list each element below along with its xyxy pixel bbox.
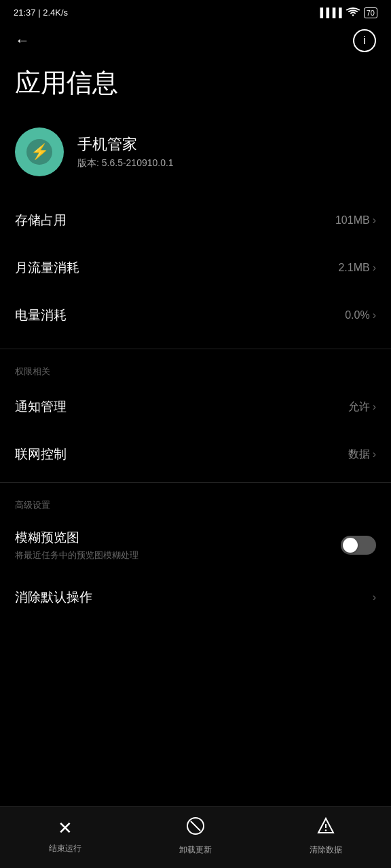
back-button[interactable]: ← [15, 32, 30, 50]
traffic-label: 月流量消耗 [15, 259, 79, 277]
app-header: ← i [0, 22, 391, 59]
storage-value: 101MB [335, 214, 370, 226]
blur-preview-item[interactable]: 模糊预览图 将最近任务中的预览图模糊处理 [0, 517, 391, 574]
info-button[interactable]: i [353, 29, 376, 52]
traffic-chevron: › [373, 262, 376, 274]
notification-item[interactable]: 通知管理 允许 › [0, 383, 391, 431]
network-item[interactable]: 联网控制 数据 › [0, 431, 391, 478]
status-time: 21:37 [14, 7, 36, 18]
storage-item[interactable]: 存储占用 101MB › [0, 197, 391, 244]
blur-preview-label-group: 模糊预览图 将最近任务中的预览图模糊处理 [15, 529, 138, 561]
clear-default-item[interactable]: 消除默认操作 › [0, 574, 391, 621]
status-time-speed: 21:37 | 2.4K/s [14, 7, 68, 18]
wifi-icon [346, 7, 360, 18]
app-version: 版本: 5.6.5-210910.0.1 [77, 157, 174, 170]
uninstall-update-button[interactable]: 卸载更新 [130, 816, 261, 856]
uninstall-icon [186, 816, 205, 840]
notification-value: 允许 [348, 400, 370, 414]
battery-chevron: › [373, 309, 376, 321]
traffic-value: 2.1MB [338, 262, 369, 274]
end-process-icon: ✕ [58, 818, 73, 839]
battery-indicator: 70 [364, 7, 377, 18]
permissions-section: 权限相关 通知管理 允许 › 联网控制 数据 › [0, 353, 391, 478]
status-bar: 21:37 | 2.4K/s ▐▐▐▐ 70 [0, 0, 391, 22]
svg-line-1 [191, 821, 200, 831]
end-process-button[interactable]: ✕ 结束运行 [0, 818, 130, 854]
blur-preview-label: 模糊预览图 [15, 529, 138, 547]
signal-icon: ▐▐▐▐ [317, 7, 342, 18]
end-process-label: 结束运行 [49, 843, 81, 854]
notification-chevron: › [373, 401, 376, 413]
clear-data-icon [316, 816, 335, 840]
clear-data-label: 清除数据 [310, 844, 342, 856]
app-icon: ⚡ [15, 127, 64, 176]
toggle-knob [343, 538, 358, 553]
network-label: 联网控制 [15, 446, 67, 463]
notification-value-row: 允许 › [348, 400, 376, 414]
clear-default-label: 消除默认操作 [15, 589, 92, 606]
uninstall-label: 卸载更新 [179, 844, 212, 856]
svg-point-4 [325, 829, 327, 831]
notification-label: 通知管理 [15, 398, 67, 416]
clear-data-button[interactable]: 清除数据 [261, 816, 391, 856]
app-info-section: ⚡ 手机管家 版本: 5.6.5-210910.0.1 [0, 121, 391, 197]
app-name: 手机管家 [77, 134, 174, 155]
blur-preview-sublabel: 将最近任务中的预览图模糊处理 [15, 549, 138, 561]
advanced-header: 高级设置 [0, 487, 391, 517]
storage-chevron: › [373, 214, 376, 226]
bottom-bar: ✕ 结束运行 卸载更新 清除数据 [0, 806, 391, 868]
traffic-value-row: 2.1MB › [338, 262, 376, 274]
storage-value-row: 101MB › [335, 214, 376, 226]
app-icon-inner: ⚡ [26, 139, 52, 165]
network-value-row: 数据 › [348, 448, 376, 462]
page-title: 应用信息 [0, 59, 391, 121]
blur-preview-toggle[interactable] [341, 536, 376, 555]
divider-2 [0, 482, 391, 483]
advanced-section: 高级设置 模糊预览图 将最近任务中的预览图模糊处理 消除默认操作 › [0, 487, 391, 621]
divider-1 [0, 349, 391, 349]
battery-value: 0.0% [345, 309, 369, 321]
storage-label: 存储占用 [15, 212, 67, 229]
network-chevron: › [373, 448, 376, 460]
status-icons: ▐▐▐▐ 70 [317, 7, 377, 18]
traffic-item[interactable]: 月流量消耗 2.1MB › [0, 244, 391, 292]
battery-value-row: 0.0% › [345, 309, 376, 321]
battery-label: 电量消耗 [15, 307, 67, 324]
app-name-group: 手机管家 版本: 5.6.5-210910.0.1 [77, 134, 174, 170]
battery-item[interactable]: 电量消耗 0.0% › [0, 292, 391, 339]
usage-section: 存储占用 101MB › 月流量消耗 2.1MB › 电量消耗 0.0% › [0, 197, 391, 344]
clear-default-chevron: › [373, 591, 376, 604]
permissions-header: 权限相关 [0, 353, 391, 383]
status-network-speed: 2.4K/s [43, 7, 68, 18]
network-value: 数据 [348, 448, 370, 462]
lightning-icon: ⚡ [31, 143, 49, 161]
